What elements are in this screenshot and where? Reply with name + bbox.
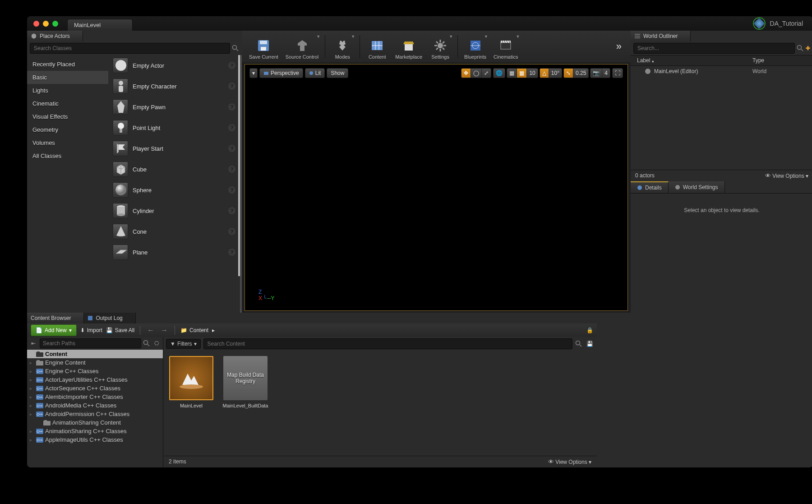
toolbar-source-control[interactable]: ▼Source Control [283,32,321,60]
search-classes-input[interactable] [30,43,230,54]
tree-item[interactable]: ▹C++ActorSequence C++ Classes [27,384,163,393]
actor-cube[interactable]: Cube? [108,159,240,180]
actor-cone[interactable]: Cone? [108,221,240,242]
viewport[interactable]: ▾ Perspective Lit Show ✥ ◯ ⤢ 🌐 ▦ ▦ 10 [245,64,628,311]
globe-icon[interactable]: 🌐 [493,68,505,78]
outliner-search-input[interactable] [633,43,795,54]
sources-options-icon[interactable]: ⎔ [152,339,161,348]
tree-item[interactable]: Content [27,350,163,358]
grid-snap-toggle[interactable]: ▦ [517,68,527,78]
filters-button[interactable]: ▼ Filters ▾ [166,339,201,349]
angle-snap-icon[interactable]: △ [540,68,549,78]
category-basic[interactable]: Basic [27,71,108,84]
world-settings-tab[interactable]: World Settings [669,181,725,193]
category-visual-effects[interactable]: Visual Effects [27,110,108,123]
maximize-window[interactable] [52,21,58,27]
help-icon[interactable]: ? [228,103,235,111]
scale-snap-value[interactable]: 0.25 [573,68,589,78]
coord-space-icon[interactable]: ◯ [471,68,482,78]
toolbar-blueprints[interactable]: ▼Blueprints [461,32,489,60]
surface-snap-icon[interactable]: ⤢ [481,68,491,78]
tree-item[interactable]: ▹Engine Content [27,358,163,367]
actor-point-light[interactable]: Point Light? [108,117,240,138]
category-cinematic[interactable]: Cinematic [27,97,108,110]
content-browser-tab[interactable]: Content Browser [27,313,84,324]
help-icon[interactable]: ? [228,228,235,235]
toolbar-marketplace[interactable]: Marketplace [392,32,425,60]
tree-item[interactable]: ▹C++ActorLayerUtilities C++ Classes [27,375,163,384]
category-volumes[interactable]: Volumes [27,136,108,149]
camera-speed-value[interactable]: 4 [602,68,610,78]
lit-button[interactable]: Lit [305,68,325,78]
toolbar-overflow-icon[interactable]: » [612,41,626,52]
save-all-button[interactable]: 💾 Save All [106,327,134,333]
outliner-header[interactable]: Label ▴ Type [631,55,812,66]
actor-plane[interactable]: Plane? [108,242,240,263]
tree-item[interactable]: ▹C++AlembicImporter C++ Classes [27,393,163,401]
world-outliner-tab[interactable]: World Outliner [631,31,691,42]
tree-item[interactable]: ▹C++AndroidPermission C++ Classes [27,410,163,418]
place-actors-tab[interactable]: Place Actors [27,31,83,42]
actor-empty-pawn[interactable]: Empty Pawn? [108,97,240,117]
nav-forward-icon[interactable]: → [159,326,169,334]
view-options-button[interactable]: 👁 View Options ▾ [548,458,591,465]
nav-back-icon[interactable]: ← [146,326,156,334]
actor-cylinder[interactable]: Cylinder? [108,200,240,221]
help-icon[interactable]: ? [228,124,235,131]
actor-player-start[interactable]: Player Start? [108,138,240,159]
close-window[interactable] [33,21,39,27]
transform-tool-icon[interactable]: ✥ [461,68,471,78]
maximize-viewport-icon[interactable]: ⛶ [612,68,623,78]
source-control-status-icon[interactable] [753,17,766,30]
grid-snap-value[interactable]: 10 [526,68,538,78]
help-icon[interactable]: ? [228,62,235,69]
camera-speed-icon[interactable]: 📷 [590,68,602,78]
perspective-button[interactable]: Perspective [259,68,303,78]
level-tab[interactable]: MainLevel [67,19,133,31]
details-tab[interactable]: Details [631,181,669,193]
help-icon[interactable]: ? [228,145,235,152]
help-icon[interactable]: ? [228,186,235,194]
save-search-icon[interactable]: 💾 [585,339,594,348]
toolbar-settings[interactable]: ▼Settings [427,32,454,60]
actor-empty-actor[interactable]: Empty Actor? [108,55,240,76]
asset-mainlevel[interactable]: MainLevel [169,356,214,408]
angle-snap-value[interactable]: 10° [549,68,562,78]
show-button[interactable]: Show [327,68,348,78]
tree-item[interactable]: AnimationSharing Content [27,418,163,427]
scale-snap-icon[interactable]: ⤡ [563,68,573,78]
add-new-button[interactable]: 📄 Add New ▾ [31,324,77,336]
help-icon[interactable]: ? [228,207,235,214]
category-geometry[interactable]: Geometry [27,123,108,136]
add-folder-icon[interactable]: ✚ [806,45,810,51]
tree-item[interactable]: ▹C++AndroidMedia C++ Classes [27,401,163,410]
category-recently-placed[interactable]: Recently Placed [27,58,108,71]
grid-snap-icon[interactable]: ▦ [507,68,517,78]
viewport-menu[interactable]: ▾ [249,68,258,78]
tree-item[interactable]: ▹C++AppleImageUtils C++ Classes [27,435,163,444]
breadcrumb[interactable]: 📁 Content ▸ [180,327,215,333]
category-lights[interactable]: Lights [27,84,108,97]
toolbar-content[interactable]: Content [364,32,391,60]
import-button[interactable]: ⬇ Import [80,327,102,333]
help-icon[interactable]: ? [228,249,235,256]
category-all-classes[interactable]: All Classes [27,149,108,162]
help-icon[interactable]: ? [228,166,235,173]
asset-mainlevel_builtdata[interactable]: Map Build Data RegistryMainLevel_BuiltDa… [223,356,268,408]
help-icon[interactable]: ? [228,83,235,90]
toolbar-cinematics[interactable]: ▼Cinematics [491,32,521,60]
actor-sphere[interactable]: Sphere? [108,180,240,200]
search-content-input[interactable] [203,338,572,349]
tree-item[interactable]: ▹C++AnimationSharing C++ Classes [27,427,163,435]
collapse-sources-icon[interactable]: ⇤ [29,339,38,348]
lock-icon[interactable]: 🔒 [586,327,593,333]
actor-empty-character[interactable]: Empty Character? [108,76,240,97]
view-options-button[interactable]: 👁 View Options ▾ [765,172,808,179]
tree-item[interactable]: ▹C++Engine C++ Classes [27,367,163,375]
toolbar-modes[interactable]: ▼Modes [329,32,356,60]
outliner-row[interactable]: MainLevel (Editor)World [631,66,812,77]
output-log-tab[interactable]: Output Log [84,313,135,324]
search-paths-input[interactable] [40,338,141,348]
toolbar-save-current[interactable]: Save Current [246,32,281,60]
minimize-window[interactable] [43,21,49,27]
